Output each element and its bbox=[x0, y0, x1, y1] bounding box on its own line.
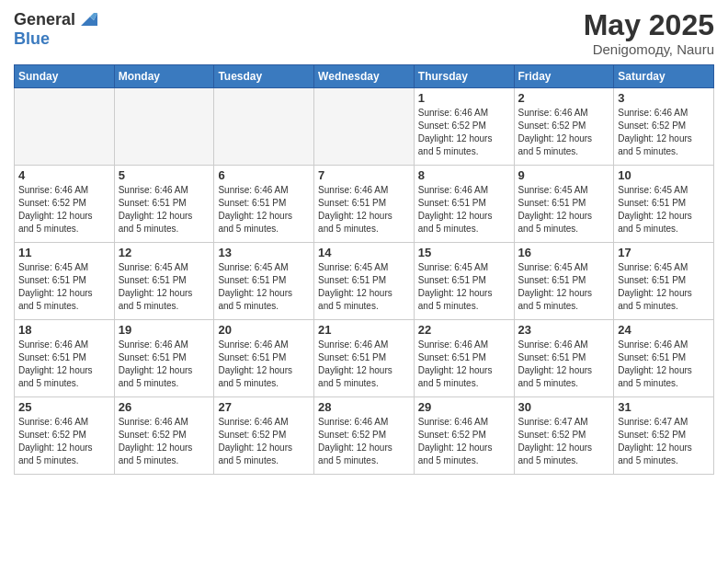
calendar-cell: 7Sunrise: 6:46 AM Sunset: 6:51 PM Daylig… bbox=[314, 166, 415, 243]
day-number: 24 bbox=[618, 323, 710, 337]
day-number: 31 bbox=[618, 400, 710, 414]
header-wednesday: Wednesday bbox=[314, 65, 415, 88]
day-info: Sunrise: 6:47 AM Sunset: 6:52 PM Dayligh… bbox=[618, 416, 710, 467]
day-info: Sunrise: 6:46 AM Sunset: 6:51 PM Dayligh… bbox=[618, 339, 710, 390]
logo-icon bbox=[77, 9, 97, 29]
calendar-cell: 26Sunrise: 6:46 AM Sunset: 6:52 PM Dayli… bbox=[114, 397, 214, 475]
day-number: 20 bbox=[218, 323, 310, 337]
calendar-cell: 16Sunrise: 6:45 AM Sunset: 6:51 PM Dayli… bbox=[514, 243, 614, 320]
calendar-cell: 12Sunrise: 6:45 AM Sunset: 6:51 PM Dayli… bbox=[114, 243, 214, 320]
calendar-cell: 6Sunrise: 6:46 AM Sunset: 6:51 PM Daylig… bbox=[214, 166, 314, 243]
calendar-cell: 15Sunrise: 6:45 AM Sunset: 6:51 PM Dayli… bbox=[414, 243, 514, 320]
calendar-week-row: 11Sunrise: 6:45 AM Sunset: 6:51 PM Dayli… bbox=[15, 243, 714, 320]
calendar-cell: 13Sunrise: 6:45 AM Sunset: 6:51 PM Dayli… bbox=[214, 243, 314, 320]
calendar-cell: 2Sunrise: 6:46 AM Sunset: 6:52 PM Daylig… bbox=[514, 88, 614, 166]
day-number: 18 bbox=[18, 323, 110, 337]
day-number: 30 bbox=[518, 400, 610, 414]
calendar-cell: 14Sunrise: 6:45 AM Sunset: 6:51 PM Dayli… bbox=[314, 243, 415, 320]
day-info: Sunrise: 6:46 AM Sunset: 6:52 PM Dayligh… bbox=[418, 107, 510, 158]
calendar-cell: 21Sunrise: 6:46 AM Sunset: 6:51 PM Dayli… bbox=[314, 320, 415, 397]
day-number: 10 bbox=[618, 168, 710, 182]
day-info: Sunrise: 6:47 AM Sunset: 6:52 PM Dayligh… bbox=[518, 416, 610, 467]
day-info: Sunrise: 6:46 AM Sunset: 6:52 PM Dayligh… bbox=[318, 416, 410, 467]
calendar-cell bbox=[314, 88, 415, 166]
calendar-cell: 22Sunrise: 6:46 AM Sunset: 6:51 PM Dayli… bbox=[414, 320, 514, 397]
calendar-week-row: 1Sunrise: 6:46 AM Sunset: 6:52 PM Daylig… bbox=[15, 88, 714, 166]
header-tuesday: Tuesday bbox=[214, 65, 314, 88]
title-area: May 2025 Denigomoду, Nauru bbox=[584, 9, 714, 57]
page: General Blue May 2025 Denigomoду, Nauru … bbox=[0, 0, 728, 563]
day-number: 23 bbox=[518, 323, 610, 337]
calendar-cell: 24Sunrise: 6:46 AM Sunset: 6:51 PM Dayli… bbox=[614, 320, 714, 397]
day-info: Sunrise: 6:45 AM Sunset: 6:51 PM Dayligh… bbox=[618, 261, 710, 313]
day-info: Sunrise: 6:46 AM Sunset: 6:51 PM Dayligh… bbox=[318, 184, 410, 236]
month-title: May 2025 bbox=[584, 9, 714, 41]
day-number: 4 bbox=[18, 168, 110, 182]
day-number: 11 bbox=[18, 246, 110, 259]
calendar-cell: 9Sunrise: 6:45 AM Sunset: 6:51 PM Daylig… bbox=[514, 166, 614, 243]
header-saturday: Saturday bbox=[614, 65, 714, 88]
day-number: 3 bbox=[618, 91, 710, 105]
location-title: Denigomoду, Nauru bbox=[584, 41, 714, 57]
day-info: Sunrise: 6:46 AM Sunset: 6:51 PM Dayligh… bbox=[18, 339, 110, 390]
calendar-cell: 31Sunrise: 6:47 AM Sunset: 6:52 PM Dayli… bbox=[614, 397, 714, 475]
day-info: Sunrise: 6:46 AM Sunset: 6:51 PM Dayligh… bbox=[119, 339, 210, 390]
calendar-cell: 11Sunrise: 6:45 AM Sunset: 6:51 PM Dayli… bbox=[15, 243, 115, 320]
calendar-cell: 28Sunrise: 6:46 AM Sunset: 6:52 PM Dayli… bbox=[314, 397, 415, 475]
day-info: Sunrise: 6:46 AM Sunset: 6:52 PM Dayligh… bbox=[418, 416, 510, 467]
calendar-week-row: 25Sunrise: 6:46 AM Sunset: 6:52 PM Dayli… bbox=[15, 397, 714, 475]
day-number: 5 bbox=[119, 168, 210, 182]
day-number: 29 bbox=[418, 400, 510, 414]
day-number: 28 bbox=[318, 400, 410, 414]
day-number: 7 bbox=[318, 168, 410, 182]
day-number: 13 bbox=[218, 246, 310, 259]
day-info: Sunrise: 6:45 AM Sunset: 6:51 PM Dayligh… bbox=[218, 261, 310, 313]
day-number: 12 bbox=[119, 246, 210, 259]
calendar-cell bbox=[114, 88, 214, 166]
day-info: Sunrise: 6:45 AM Sunset: 6:51 PM Dayligh… bbox=[518, 261, 610, 313]
header-sunday: Sunday bbox=[15, 65, 115, 88]
calendar-cell bbox=[214, 88, 314, 166]
calendar-table: Sunday Monday Tuesday Wednesday Thursday… bbox=[14, 64, 714, 475]
calendar-cell: 19Sunrise: 6:46 AM Sunset: 6:51 PM Dayli… bbox=[114, 320, 214, 397]
day-number: 26 bbox=[119, 400, 210, 414]
day-number: 17 bbox=[618, 246, 710, 259]
calendar-cell: 8Sunrise: 6:46 AM Sunset: 6:51 PM Daylig… bbox=[414, 166, 514, 243]
day-info: Sunrise: 6:46 AM Sunset: 6:51 PM Dayligh… bbox=[418, 184, 510, 236]
day-info: Sunrise: 6:46 AM Sunset: 6:51 PM Dayligh… bbox=[418, 339, 510, 390]
logo-area: General Blue bbox=[14, 9, 97, 49]
calendar-cell: 4Sunrise: 6:46 AM Sunset: 6:52 PM Daylig… bbox=[15, 166, 115, 243]
day-info: Sunrise: 6:46 AM Sunset: 6:51 PM Dayligh… bbox=[119, 184, 210, 236]
day-info: Sunrise: 6:46 AM Sunset: 6:51 PM Dayligh… bbox=[318, 339, 410, 390]
day-number: 1 bbox=[418, 91, 510, 105]
calendar-cell bbox=[15, 88, 115, 166]
calendar-week-row: 4Sunrise: 6:46 AM Sunset: 6:52 PM Daylig… bbox=[15, 166, 714, 243]
calendar-cell: 5Sunrise: 6:46 AM Sunset: 6:51 PM Daylig… bbox=[114, 166, 214, 243]
calendar-cell: 1Sunrise: 6:46 AM Sunset: 6:52 PM Daylig… bbox=[414, 88, 514, 166]
day-number: 21 bbox=[318, 323, 410, 337]
calendar-cell: 25Sunrise: 6:46 AM Sunset: 6:52 PM Dayli… bbox=[15, 397, 115, 475]
logo: General bbox=[14, 9, 97, 29]
day-info: Sunrise: 6:45 AM Sunset: 6:51 PM Dayligh… bbox=[119, 261, 210, 313]
calendar-week-row: 18Sunrise: 6:46 AM Sunset: 6:51 PM Dayli… bbox=[15, 320, 714, 397]
calendar-cell: 17Sunrise: 6:45 AM Sunset: 6:51 PM Dayli… bbox=[614, 243, 714, 320]
day-number: 25 bbox=[18, 400, 110, 414]
calendar-cell: 29Sunrise: 6:46 AM Sunset: 6:52 PM Dayli… bbox=[414, 397, 514, 475]
logo-blue: Blue bbox=[14, 29, 50, 49]
logo-general: General bbox=[14, 10, 75, 29]
day-info: Sunrise: 6:45 AM Sunset: 6:51 PM Dayligh… bbox=[618, 184, 710, 236]
day-info: Sunrise: 6:45 AM Sunset: 6:51 PM Dayligh… bbox=[318, 261, 410, 313]
header-monday: Monday bbox=[114, 65, 214, 88]
day-info: Sunrise: 6:46 AM Sunset: 6:52 PM Dayligh… bbox=[518, 107, 610, 158]
weekday-header-row: Sunday Monday Tuesday Wednesday Thursday… bbox=[15, 65, 714, 88]
day-number: 19 bbox=[119, 323, 210, 337]
day-number: 15 bbox=[418, 246, 510, 259]
day-info: Sunrise: 6:45 AM Sunset: 6:51 PM Dayligh… bbox=[418, 261, 510, 313]
calendar-cell: 18Sunrise: 6:46 AM Sunset: 6:51 PM Dayli… bbox=[15, 320, 115, 397]
day-info: Sunrise: 6:46 AM Sunset: 6:51 PM Dayligh… bbox=[218, 339, 310, 390]
day-number: 6 bbox=[218, 168, 310, 182]
day-info: Sunrise: 6:46 AM Sunset: 6:52 PM Dayligh… bbox=[18, 416, 110, 467]
day-number: 14 bbox=[318, 246, 410, 259]
day-number: 9 bbox=[518, 168, 610, 182]
day-info: Sunrise: 6:45 AM Sunset: 6:51 PM Dayligh… bbox=[518, 184, 610, 236]
